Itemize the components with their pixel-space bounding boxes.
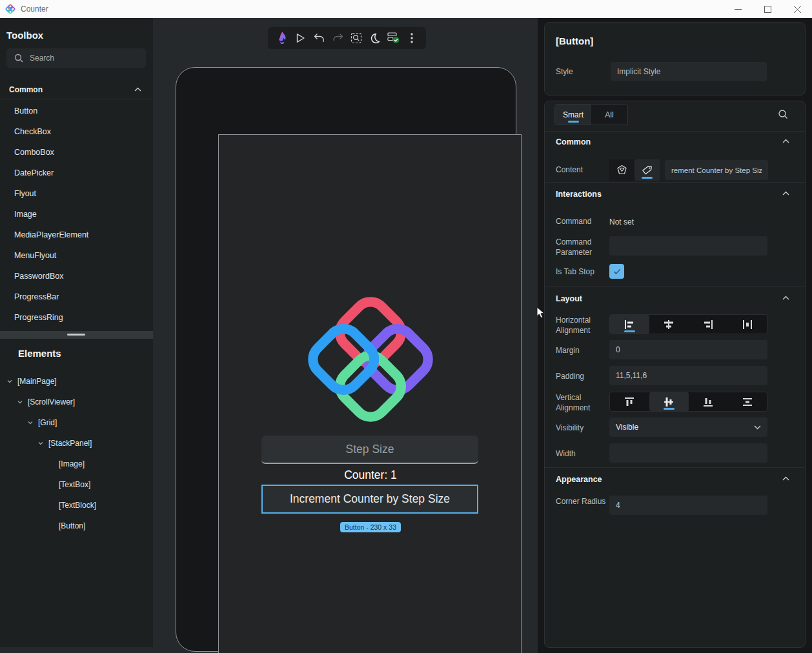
- tree-item-stackpanel[interactable]: [StackPanel]: [0, 433, 153, 454]
- align-stretch-h-icon: [742, 319, 753, 330]
- properties-card: Smart All Common Content: [544, 101, 806, 648]
- section-interactions[interactable]: Interactions: [556, 190, 602, 199]
- toolbox-item-progressbar[interactable]: ProgressBar: [0, 286, 153, 307]
- visibility-select[interactable]: Visible: [609, 417, 767, 437]
- command-parameter-input[interactable]: [609, 236, 767, 256]
- sidebar-bottom-strip: [0, 647, 153, 653]
- align-left-icon: [624, 319, 635, 330]
- tree-item-grid[interactable]: [Grid]: [0, 412, 153, 433]
- tree-item-image[interactable]: [Image]: [0, 454, 153, 474]
- width-input[interactable]: [609, 443, 767, 463]
- search-placeholder: Search: [30, 54, 54, 63]
- tree-item-scrollviewer[interactable]: [ScrollViewer]: [0, 392, 153, 412]
- device-screen[interactable]: Step Size Counter: 1 Increment Counter b…: [218, 134, 522, 653]
- tree-item-mainpage[interactable]: [MainPage]: [0, 371, 153, 392]
- chevron-up-icon[interactable]: [782, 139, 789, 143]
- section-common[interactable]: Common: [556, 137, 591, 146]
- tree-item-textblock[interactable]: [TextBlock]: [0, 495, 153, 516]
- step-size-textbox[interactable]: Step Size: [261, 436, 478, 464]
- toolbox-item-combobox[interactable]: ComboBox: [0, 142, 153, 163]
- app-logo-image[interactable]: [299, 288, 442, 430]
- increment-button[interactable]: Increment Counter by Step Size: [261, 485, 478, 514]
- toolbox-item-menuflyout[interactable]: MenuFlyout: [0, 245, 153, 266]
- titlebar: Counter: [0, 0, 812, 18]
- chevron-up-icon[interactable]: [782, 191, 789, 196]
- align-stretch-v-button[interactable]: [727, 392, 767, 411]
- toolbox-item-image[interactable]: Image: [0, 204, 153, 225]
- command-value: Not set: [609, 217, 634, 226]
- dark-mode-moon-icon[interactable]: [367, 30, 382, 46]
- redo-icon[interactable]: [330, 30, 345, 46]
- property-tabs: Smart All: [554, 104, 628, 125]
- properties-search-icon[interactable]: [778, 109, 788, 119]
- zoom-selection-icon[interactable]: [349, 30, 364, 46]
- tab-all[interactable]: All: [591, 105, 627, 125]
- tab-smart[interactable]: Smart: [555, 105, 591, 125]
- chevron-down-icon: [754, 425, 761, 430]
- margin-input[interactable]: [609, 340, 767, 359]
- tree-item-button[interactable]: [Button]: [0, 516, 153, 536]
- selected-element-title: [Button]: [556, 35, 593, 46]
- close-button[interactable]: [782, 0, 812, 18]
- align-top-button[interactable]: [610, 392, 649, 411]
- align-left-button[interactable]: [610, 315, 649, 334]
- chevron-down-icon[interactable]: [37, 440, 44, 447]
- content-input[interactable]: [665, 160, 768, 180]
- section-appearance[interactable]: Appearance: [556, 475, 602, 484]
- toolbox-item-button[interactable]: Button: [0, 101, 153, 121]
- tree-item-textbox[interactable]: [TextBox]: [0, 474, 153, 495]
- style-input[interactable]: [611, 62, 767, 81]
- designer-toolbar: [268, 27, 426, 49]
- chevron-down-icon[interactable]: [17, 399, 23, 405]
- toolbox-item-checkbox[interactable]: CheckBox: [0, 121, 153, 142]
- undo-icon[interactable]: [312, 30, 327, 46]
- padding-input[interactable]: [609, 366, 767, 385]
- chevron-up-icon[interactable]: [782, 296, 789, 300]
- margin-label: Margin: [556, 345, 609, 356]
- align-center-v-icon: [664, 396, 674, 408]
- binding-mode-button[interactable]: [609, 159, 634, 181]
- vertical-alignment-group: [609, 392, 767, 412]
- width-label: Width: [556, 448, 609, 459]
- literal-mode-button[interactable]: [634, 159, 660, 181]
- align-center-h-button[interactable]: [649, 315, 689, 334]
- is-tab-stop-label: Is Tab Stop: [556, 266, 609, 277]
- chevron-up-icon[interactable]: [782, 476, 789, 481]
- toolbox-item-datepicker[interactable]: DatePicker: [0, 163, 153, 183]
- chevron-down-icon[interactable]: [27, 419, 34, 426]
- toolbox-item-flyout[interactable]: Flyout: [0, 183, 153, 204]
- toolbox-section-common[interactable]: Common: [0, 80, 153, 99]
- design-canvas[interactable]: Step Size Counter: 1 Increment Counter b…: [153, 18, 538, 653]
- counter-textblock: Counter: 1: [219, 468, 522, 482]
- corner-radius-input[interactable]: [609, 496, 767, 515]
- horizontal-alignment-group: [609, 314, 767, 334]
- align-right-icon: [702, 319, 714, 330]
- app-logo-icon: [5, 4, 15, 14]
- step-size-placeholder: Step Size: [346, 443, 394, 456]
- vertical-alignment-label: Vertical Alignment: [556, 392, 609, 413]
- corner-radius-label: Corner Radius: [556, 496, 609, 507]
- chevron-down-icon[interactable]: [6, 378, 13, 385]
- padding-label: Padding: [556, 371, 609, 381]
- content-mode-toggle: [609, 159, 660, 181]
- section-layout[interactable]: Layout: [556, 294, 582, 303]
- more-options-icon[interactable]: [404, 30, 420, 46]
- toolbox-item-passwordbox[interactable]: PasswordBox: [0, 266, 153, 286]
- command-label: Command: [556, 216, 609, 226]
- minimize-button[interactable]: [723, 0, 753, 18]
- align-right-button[interactable]: [689, 315, 728, 334]
- toolbox-item-progressring[interactable]: ProgressRing: [0, 307, 153, 328]
- is-tab-stop-checkbox[interactable]: [609, 264, 624, 279]
- play-icon[interactable]: [293, 30, 309, 46]
- toolbox-item-mediaplayerelement[interactable]: MediaPlayerElement: [0, 225, 153, 245]
- maximize-button[interactable]: [753, 0, 782, 18]
- toolbox-search-input[interactable]: Search: [6, 48, 146, 68]
- window-title: Counter: [21, 5, 48, 14]
- panel-splitter[interactable]: [0, 331, 153, 339]
- align-bottom-button[interactable]: [689, 392, 728, 411]
- hot-design-flame-icon[interactable]: [274, 30, 290, 46]
- align-stretch-h-button[interactable]: [727, 315, 767, 334]
- splitter-handle-icon: [67, 334, 85, 336]
- align-center-v-button[interactable]: [649, 392, 689, 411]
- validation-check-icon[interactable]: [385, 30, 401, 46]
